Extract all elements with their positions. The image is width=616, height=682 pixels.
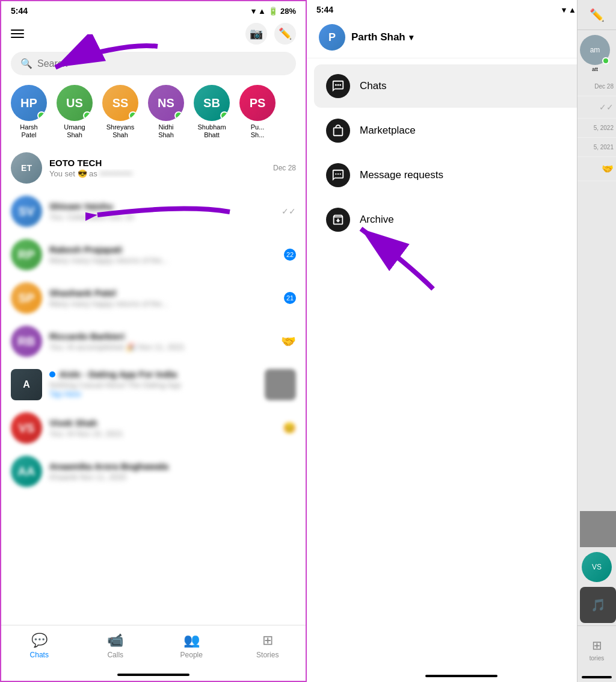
profile-avatar: P — [319, 24, 345, 51]
chat-meta-riccardo: 🤝 — [281, 334, 296, 349]
stories-nav-icon: ⊞ — [262, 633, 273, 648]
chat-item-aisle[interactable]: A Aisle - Dating App For India Nothing C… — [1, 363, 306, 406]
menu-list: Chats Marketplace Message requests — [307, 58, 616, 247]
stories-row: HP HarshPatel US UmangShah SS ShreyansSh… — [1, 80, 306, 144]
menu-header: P Parth Shah ▾ ⚙️ — [307, 17, 616, 58]
chats-nav-icon: 💬 — [31, 633, 48, 648]
chat-meta-shivam: ✓✓ — [282, 206, 296, 216]
camera-button[interactable]: 📷 — [245, 23, 267, 45]
status-bar-left: 5:44 ▾ ▲ 🔋 28% — [1, 1, 306, 18]
chat-item-rakesh[interactable]: RP Rakesh Prajapati Many many happy retu… — [1, 233, 306, 276]
signal-icon: ▲ — [258, 7, 266, 16]
chat-avatar-riccardo: RB — [11, 326, 42, 357]
chat-name-riccardo: Riccardo Barbieri — [49, 331, 274, 341]
online-indicator — [37, 111, 46, 120]
calls-nav-icon: 📹 — [107, 633, 123, 648]
people-nav-label: People — [180, 651, 203, 659]
chat-name-vivek: Vivek Shah — [49, 418, 276, 428]
signal-icon-right: ▲ — [568, 5, 576, 14]
chat-info-rakesh: Rakesh Prajapati Many many happy returns… — [49, 244, 277, 265]
overflow-ad-image — [580, 511, 616, 547]
story-avatar-umang: US — [57, 85, 93, 121]
chat-item-riccardo[interactable]: RB Riccardo Barbieri You: Hi accomplishe… — [1, 320, 306, 363]
chats-menu-label: Chats — [360, 80, 386, 92]
story-avatar-partial: PS — [239, 85, 276, 121]
menu-item-archive[interactable]: Archive — [314, 198, 609, 241]
profile-initial: P — [328, 31, 336, 44]
chat-list: ET EOTO TECH You set 😎 as •••••••••••• D… — [1, 144, 306, 625]
nav-item-stories[interactable]: ⊞ Stories — [250, 633, 286, 659]
home-indicator-right — [582, 676, 612, 678]
chat-info-shivam: Shivam Vaishu You: Celebration Dec 20 — [49, 201, 274, 222]
home-indicator-bottom-right — [425, 675, 497, 677]
nav-item-calls[interactable]: 📹 Calls — [97, 633, 134, 659]
story-name-shreyans: ShreyansShah — [106, 123, 134, 139]
story-item-partial[interactable]: PS Pu...Sh... — [239, 85, 276, 139]
story-item-nidhi-shah[interactable]: NS NidhiShah — [148, 85, 184, 139]
home-indicator-left — [117, 674, 189, 676]
people-nav-icon: 👥 — [183, 633, 200, 648]
chats-menu-icon — [326, 74, 350, 98]
chat-info-shashank: Shashank Patel Many many happy returns o… — [49, 288, 277, 308]
story-name-umang: UmangShah — [64, 123, 85, 139]
right-edge-overflow: ✏️ am att Dec 28 ✓✓ 5, 2022 5, 2021 🤝 — [577, 0, 616, 682]
left-panel: 5:44 ▾ ▲ 🔋 28% 📷 ✏️ 🔍 HP HarshPatel — [0, 0, 307, 682]
story-avatar-shreyans: SS — [102, 85, 138, 121]
chat-preview-rakesh: Many many happy returns of the... — [49, 256, 277, 265]
chat-preview-shivam: You: Celebration Dec 20 — [49, 212, 274, 222]
compose-button[interactable]: ✏️ — [274, 23, 296, 45]
svg-point-8 — [340, 173, 341, 175]
status-icons-left: ▾ ▲ 🔋 28% — [251, 7, 296, 16]
chat-avatar-shashank: SP — [11, 282, 42, 314]
menu-item-chats[interactable]: Chats — [314, 64, 609, 108]
chat-preview-eoto: You set 😎 as •••••••••••• — [49, 169, 266, 178]
chat-preview-riccardo: You: Hi accomplished 🎉 Nov 11, 2021 — [49, 343, 274, 352]
chat-info-riccardo: Riccardo Barbieri You: Hi accomplished 🎉… — [49, 331, 274, 352]
stories-nav-label: Stories — [256, 651, 279, 659]
chat-info-vivek: Vivek Shah You: Hi Nov 15, 2021 — [49, 418, 276, 438]
edit-icon-overflow: ✏️ — [590, 8, 605, 22]
search-bar[interactable]: 🔍 — [11, 52, 296, 75]
chat-item-anaamika[interactable]: AA Anaamika Arora Boghawala Khaanik Nov … — [1, 450, 306, 493]
chat-meta-eoto: Dec 28 — [273, 164, 296, 172]
story-item-umang-shah[interactable]: US UmangShah — [57, 85, 93, 139]
user-profile[interactable]: P Parth Shah ▾ — [319, 24, 413, 51]
story-item-shubham-bhatt[interactable]: SB ShubhamBhatt — [194, 85, 230, 139]
message-requests-menu-label: Message requests — [360, 169, 443, 181]
story-avatar-nidhi: NS — [148, 85, 184, 121]
chat-item-shashank[interactable]: SP Shashank Patel Many many happy return… — [1, 276, 306, 320]
chat-name-anaamika: Anaamika Arora Boghawala — [49, 461, 296, 471]
chat-name-shashank: Shashank Patel — [49, 288, 277, 298]
check-icon-shivam: ✓✓ — [282, 206, 296, 216]
overflow-stories: am att — [578, 30, 616, 77]
battery-icon: 🔋 — [268, 7, 278, 16]
chats-nav-label: Chats — [30, 651, 49, 659]
marketplace-menu-icon — [326, 119, 350, 143]
chat-avatar-shivam: SV — [11, 196, 42, 227]
hamburger-menu-button[interactable] — [11, 29, 24, 38]
marketplace-menu-label: Marketplace — [360, 125, 416, 137]
chat-item-eoto-tech[interactable]: ET EOTO TECH You set 😎 as •••••••••••• D… — [1, 146, 306, 190]
chat-item-shivam[interactable]: SV Shivam Vaishu You: Celebration Dec 20… — [1, 190, 306, 233]
header-left: 📷 ✏️ — [1, 18, 306, 49]
overflow-story-bottom: VS — [582, 552, 612, 582]
menu-item-marketplace[interactable]: Marketplace — [314, 109, 609, 152]
chat-name-shivam: Shivam Vaishu — [49, 201, 274, 211]
search-input[interactable] — [37, 58, 286, 69]
story-item-harsh-patel[interactable]: HP HarshPatel — [11, 85, 47, 139]
menu-item-message-requests[interactable]: Message requests — [314, 153, 609, 197]
badge-shashank: 21 — [284, 292, 296, 304]
svg-point-6 — [335, 173, 336, 175]
dropdown-chevron-icon: ▾ — [409, 33, 413, 42]
chat-preview-aisle: Nothing Casual About The Dating App — [49, 380, 257, 389]
svg-point-5 — [339, 84, 341, 86]
chat-name-aisle: Aisle - Dating App For India — [59, 369, 177, 379]
story-item-shreyans-shah[interactable]: SS ShreyansShah — [102, 85, 138, 139]
wifi-icon-right: ▾ — [562, 5, 566, 14]
nav-item-people[interactable]: 👥 People — [173, 633, 209, 659]
story-avatar-shubham: SB — [194, 85, 230, 121]
chat-meta-shashank: 21 — [284, 292, 296, 304]
nav-item-chats[interactable]: 💬 Chats — [21, 633, 57, 659]
message-requests-menu-icon — [326, 163, 350, 187]
chat-item-vivek[interactable]: VS Vivek Shah You: Hi Nov 15, 2021 😊 — [1, 406, 306, 450]
